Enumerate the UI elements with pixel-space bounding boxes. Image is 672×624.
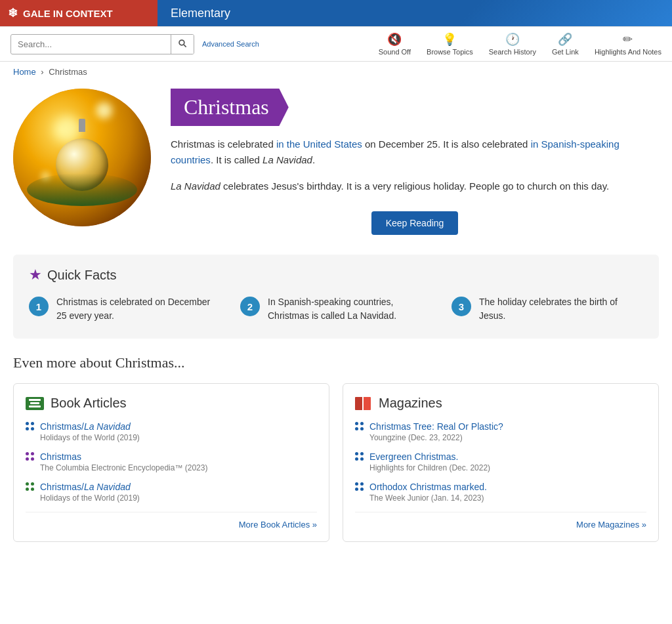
snowflake-icon: ❄: [8, 6, 18, 20]
hero-text: Christmas Christmas is celebrated in the…: [171, 89, 659, 235]
book-article-item-3: Christmas/La Navidad Holidays of the Wor…: [26, 482, 317, 503]
book-article-source-1: Holidays of the World (2019): [40, 433, 317, 442]
quick-facts-title: Quick Facts: [47, 268, 117, 283]
magazine-link-1[interactable]: Christmas Tree: Real Or Plastic?: [355, 421, 646, 432]
magazine-title-2: Evergreen Christmas.: [369, 451, 458, 462]
book-article-link-1[interactable]: Christmas/La Navidad: [26, 421, 317, 432]
book-articles-card: Book Articles Christmas/La Navidad Holid…: [13, 383, 329, 542]
ornament-top: [79, 119, 85, 132]
fact-text-3: The holiday celebrates the birth of Jesu…: [479, 295, 643, 323]
search-input[interactable]: [11, 35, 171, 53]
hero-title: Christmas: [171, 89, 289, 126]
book-article-title-2: Christmas: [40, 451, 81, 462]
more-book-articles-link[interactable]: More Book Articles »: [239, 520, 317, 530]
book-article-link-3[interactable]: Christmas/La Navidad: [26, 482, 317, 492]
quick-facts-section: ★ Quick Facts 1 Christmas is celebrated …: [13, 255, 659, 339]
browse-topics-icon: 💡: [442, 32, 457, 47]
cards-row: Book Articles Christmas/La Navidad Holid…: [13, 383, 659, 542]
mag-bullet-1: [355, 422, 364, 431]
fact-number-2: 2: [240, 297, 260, 316]
spanish-link[interactable]: in Spanish-speaking countries: [171, 138, 620, 165]
bullet-2: [26, 452, 35, 461]
magazine-item-1: Christmas Tree: Real Or Plastic? Youngzi…: [355, 421, 646, 442]
get-link-action[interactable]: 🔗 Get Link: [552, 32, 579, 56]
highlights-notes-action[interactable]: ✏ Highlights And Notes: [595, 32, 662, 56]
magazines-header: Magazines: [355, 396, 646, 411]
quick-facts-header: ★ Quick Facts: [29, 266, 643, 283]
hero-image-inner: [13, 89, 151, 226]
hero-image: [13, 89, 151, 226]
bokeh-2: [96, 102, 112, 119]
magazine-item-3: Orthodox Christmas marked. The Week Juni…: [355, 482, 646, 503]
magazine-source-2: Highlights for Children (Dec. 2022): [369, 463, 646, 472]
magazine-title-1: Christmas Tree: Real Or Plastic?: [369, 421, 503, 432]
book-article-title-3: Christmas/La Navidad: [40, 482, 131, 492]
bullet-1: [26, 422, 35, 431]
magazine-item-2: Evergreen Christmas. Highlights for Chil…: [355, 451, 646, 472]
fact-item-1: 1 Christmas is celebrated on December 25…: [29, 295, 220, 323]
highlights-notes-label: Highlights And Notes: [595, 48, 662, 56]
get-link-label: Get Link: [552, 48, 579, 56]
svg-line-1: [184, 45, 186, 47]
breadcrumb-separator: ›: [41, 67, 43, 77]
book-article-source-3: Holidays of the World (2019): [40, 493, 317, 503]
mag-bullet-3: [355, 482, 364, 491]
facts-list: 1 Christmas is celebrated on December 25…: [29, 295, 643, 323]
breadcrumb-home[interactable]: Home: [13, 67, 36, 77]
hero-description-1: Christmas is celebrated in the United St…: [171, 136, 659, 168]
sound-off-action[interactable]: 🔇 Sound Off: [379, 32, 411, 56]
search-history-icon: 🕐: [505, 32, 520, 47]
book-article-link-2[interactable]: Christmas: [26, 451, 317, 462]
fact-text-2: In Spanish-speaking countries, Christmas…: [268, 295, 432, 323]
book-articles-title: Book Articles: [51, 396, 127, 411]
pine-needles: [27, 173, 137, 206]
mag-bullet-2: [355, 452, 364, 461]
search-history-action[interactable]: 🕐 Search History: [489, 32, 536, 56]
magazine-icon: [355, 396, 372, 411]
nav-actions: 🔇 Sound Off 💡 Browse Topics 🕐 Search His…: [379, 32, 662, 56]
book-articles-header: Book Articles: [26, 396, 317, 411]
more-about-heading: Even more about Christmas...: [13, 354, 659, 371]
book-articles-footer: More Book Articles »: [26, 512, 317, 530]
search-container: [10, 34, 194, 54]
magazine-source-3: The Week Junior (Jan. 14, 2023): [369, 493, 646, 503]
highlights-notes-icon: ✏: [623, 32, 633, 47]
app-title: Elementary: [158, 0, 672, 26]
navbar: Advanced Search 🔇 Sound Off 💡 Browse Top…: [0, 27, 672, 62]
search-history-label: Search History: [489, 48, 536, 56]
get-link-icon: 🔗: [558, 32, 572, 47]
magazine-link-2[interactable]: Evergreen Christmas.: [355, 451, 646, 462]
magazines-title: Magazines: [379, 396, 442, 411]
advanced-search-link[interactable]: Advanced Search: [202, 40, 259, 48]
book-icon: [26, 397, 44, 410]
fact-text-1: Christmas is celebrated on December 25 e…: [56, 295, 220, 323]
star-icon: ★: [29, 266, 42, 283]
bullet-3: [26, 482, 35, 491]
magazine-link-3[interactable]: Orthodox Christmas marked.: [355, 482, 646, 492]
fact-item-2: 2 In Spanish-speaking countries, Christm…: [240, 295, 432, 323]
header: ❄ GALE IN CONTEXT Elementary: [0, 0, 672, 27]
book-article-source-2: The Columbia Electronic Encyclopedia™ (2…: [40, 463, 317, 472]
browse-topics-action[interactable]: 💡 Browse Topics: [427, 32, 473, 56]
more-magazines-link[interactable]: More Magazines »: [576, 520, 646, 530]
browse-topics-label: Browse Topics: [427, 48, 473, 56]
keep-reading-wrapper: Keep Reading: [171, 205, 659, 235]
brand-name: GALE IN CONTEXT: [23, 8, 113, 19]
fact-item-3: 3 The holiday celebrates the birth of Je…: [452, 295, 643, 323]
book-article-item-2: Christmas The Columbia Electronic Encycl…: [26, 451, 317, 472]
breadcrumb-current: Christmas: [49, 67, 87, 77]
sound-off-icon: 🔇: [387, 32, 402, 47]
brand-logo[interactable]: ❄ GALE IN CONTEXT: [0, 0, 158, 26]
fact-number-1: 1: [29, 297, 49, 316]
magazine-source-1: Youngzine (Dec. 23, 2022): [369, 433, 646, 442]
keep-reading-button[interactable]: Keep Reading: [371, 211, 459, 235]
hero-section: Christmas Christmas is celebrated in the…: [13, 89, 659, 235]
sound-off-label: Sound Off: [379, 48, 411, 56]
hero-description-2: La Navidad celebrates Jesus's birthday. …: [171, 178, 659, 194]
magazines-footer: More Magazines »: [355, 512, 646, 530]
magazines-card: Magazines Christmas Tree: Real Or Plasti…: [343, 383, 659, 542]
search-button[interactable]: [171, 35, 194, 54]
book-article-title-1: Christmas/La Navidad: [40, 421, 131, 432]
us-link[interactable]: in the United States: [276, 138, 362, 150]
fact-number-3: 3: [452, 297, 471, 316]
